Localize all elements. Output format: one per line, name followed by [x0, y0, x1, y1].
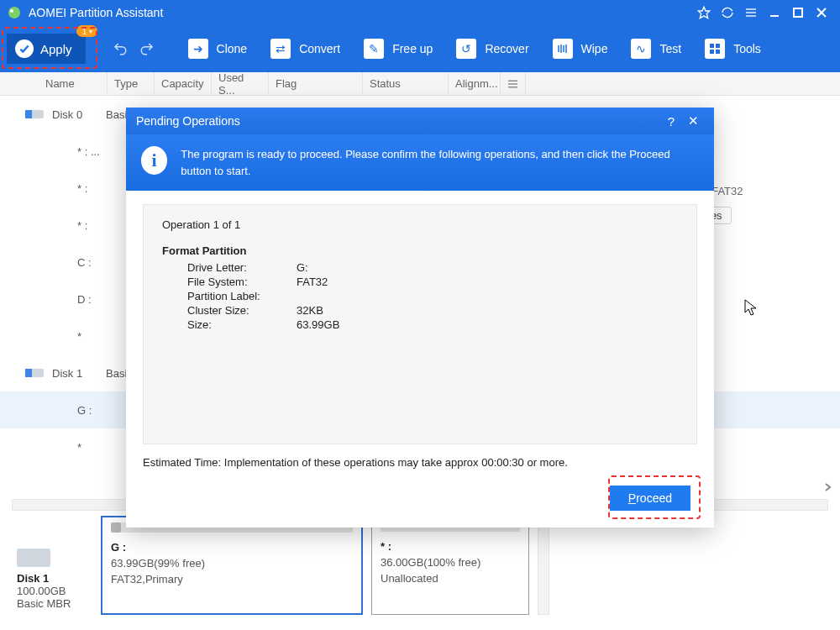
- test-icon: ∿: [631, 39, 651, 59]
- toolbar-clone[interactable]: ➜Clone: [188, 39, 248, 59]
- disk-map: Disk 1 100.00GB Basic MBR G : 63.99GB(99…: [12, 516, 828, 615]
- col-more-icon[interactable]: [501, 72, 526, 95]
- svg-point-1: [10, 9, 13, 13]
- row-name: *: [77, 330, 128, 343]
- pending-count-badge: 1▾: [76, 25, 97, 37]
- row-type: Basi: [106, 367, 127, 380]
- minimize-button[interactable]: [763, 1, 786, 24]
- disk-map-partition-g[interactable]: G : 63.99GB(99% free) FAT32,Primary: [101, 516, 363, 615]
- svg-rect-17: [716, 50, 720, 54]
- col-align[interactable]: Alignm...: [449, 72, 501, 95]
- expand-chevron-icon[interactable]: [823, 482, 833, 492]
- disk-size: 100.00GB: [17, 585, 87, 597]
- partition-label: * :: [381, 540, 520, 553]
- col-capacity[interactable]: Capacity: [155, 72, 212, 95]
- row-name: Disk 0: [52, 108, 102, 121]
- col-flag[interactable]: Flag: [269, 72, 363, 95]
- svg-point-0: [8, 7, 20, 18]
- operation-details: Drive Letter:G: File System:FAT32 Partit…: [187, 260, 339, 332]
- vertical-scrollbar[interactable]: [538, 516, 549, 615]
- wipe-icon: [553, 39, 573, 59]
- row-name: * :: [77, 219, 128, 232]
- svg-rect-24: [25, 369, 32, 377]
- recover-icon: ↺: [456, 39, 476, 59]
- col-name[interactable]: Name: [0, 72, 108, 95]
- row-name: D :: [77, 293, 128, 306]
- dialog-titlebar: Pending Operations ? ✕: [126, 108, 714, 134]
- app-logo-icon: [7, 5, 22, 20]
- row-name: G :: [77, 404, 128, 417]
- operation-title: Format Partition: [162, 244, 678, 257]
- app-title: AOMEI Partition Assistant: [29, 6, 692, 19]
- tools-icon: [705, 39, 725, 59]
- partition-size: 36.00GB(100% free): [381, 556, 520, 569]
- svg-rect-16: [710, 50, 714, 54]
- col-used[interactable]: Used S...: [212, 72, 269, 95]
- row-type: Basi: [106, 108, 127, 121]
- disk-map-disk[interactable]: Disk 1 100.00GB Basic MBR: [12, 516, 92, 615]
- column-headers: Name Type Capacity Used S... Flag Status…: [0, 72, 840, 96]
- col-status[interactable]: Status: [363, 72, 449, 95]
- disk-map-partition-unalloc[interactable]: * : 36.00GB(100% free) Unallocated: [371, 516, 529, 615]
- toolbar-wipe[interactable]: Wipe: [553, 39, 608, 59]
- dialog-title: Pending Operations: [136, 114, 660, 128]
- clone-icon: ➜: [188, 39, 208, 59]
- estimated-time: Estimated Time: Implementation of these …: [143, 456, 697, 469]
- menu-icon[interactable]: [739, 1, 763, 24]
- dialog-message: The program is ready to proceed. Please …: [181, 146, 699, 179]
- info-icon: i: [141, 146, 167, 175]
- refresh-icon[interactable]: [716, 1, 739, 24]
- disk-name: Disk 1: [17, 572, 87, 585]
- operations-panel: Operation 1 of 1 Format Partition Drive …: [143, 204, 697, 444]
- check-icon: [15, 39, 34, 58]
- toolbar-test[interactable]: ∿Test: [631, 39, 681, 59]
- partition-fs: Unallocated: [381, 572, 520, 585]
- maximize-button[interactable]: [786, 1, 810, 24]
- disk-icon: [25, 366, 45, 380]
- toolbar-convert[interactable]: ⇄Convert: [270, 39, 340, 59]
- partition-label: G :: [111, 541, 353, 554]
- titlebar: AOMEI Partition Assistant: [0, 0, 840, 25]
- dialog-help-button[interactable]: ?: [660, 114, 682, 129]
- undo-button[interactable]: [113, 41, 128, 56]
- partition-size: 63.99GB(99% free): [111, 557, 353, 570]
- toolbar-freeup[interactable]: ✎Free up: [364, 39, 433, 59]
- disk-icon: [17, 549, 50, 567]
- dialog-close-button[interactable]: ✕: [682, 113, 704, 129]
- convert-icon: ⇄: [270, 39, 291, 59]
- apply-button[interactable]: Apply: [7, 34, 86, 64]
- close-button[interactable]: [810, 1, 833, 24]
- disk-style: Basic MBR: [17, 597, 87, 610]
- row-name: *: [77, 441, 128, 454]
- main-toolbar: Apply 1▾ ➜Clone ⇄Convert ✎Free up ↺Recov…: [0, 25, 840, 72]
- disk-icon: [25, 108, 45, 121]
- dialog-banner: i The program is ready to proceed. Pleas…: [126, 134, 714, 191]
- svg-marker-2: [698, 7, 709, 18]
- svg-rect-14: [710, 44, 714, 48]
- proceed-button[interactable]: Proceed: [610, 486, 690, 511]
- row-name: * : ...: [77, 145, 128, 158]
- apply-label: Apply: [40, 42, 72, 56]
- pending-operations-dialog: Pending Operations ? ✕ i The program is …: [126, 108, 714, 528]
- svg-rect-22: [25, 110, 32, 118]
- col-type[interactable]: Type: [108, 72, 155, 95]
- svg-rect-7: [794, 8, 802, 17]
- toolbar-tools[interactable]: Tools: [705, 39, 761, 59]
- svg-rect-15: [716, 44, 720, 48]
- toolbar-recover[interactable]: ↺Recover: [456, 39, 528, 59]
- freeup-icon: ✎: [364, 39, 384, 59]
- row-name: Disk 1: [52, 367, 102, 380]
- favorite-icon[interactable]: [692, 1, 716, 24]
- row-name: * :: [77, 182, 128, 195]
- operation-count: Operation 1 of 1: [162, 218, 678, 231]
- redo-button[interactable]: [139, 41, 155, 56]
- row-name: C :: [77, 256, 128, 269]
- partition-fs: FAT32,Primary: [111, 573, 353, 585]
